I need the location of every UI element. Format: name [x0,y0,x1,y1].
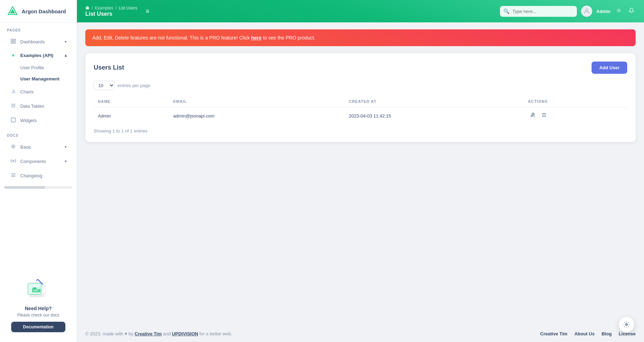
data-tables-icon [10,103,17,109]
footer-link-blog[interactable]: Blog [602,331,612,336]
card-title: Users List [94,64,124,71]
search-input[interactable] [500,6,577,17]
sidebar-item-label-dashboards: Dashboards [20,39,45,44]
breadcrumb-separator-1: / [92,6,93,10]
users-table: NAME EMAIL CREATED AT ACTIONS Admin admi… [94,96,627,124]
sidebar-section-label-pages: PAGES [0,23,77,34]
sidebar-section-docs: DOCS Basic ▾ Components ▾ [0,128,77,183]
entries-label: entries per page [117,83,150,88]
svg-rect-5 [14,42,15,43]
alert-link[interactable]: here [251,35,262,41]
users-list-card: Users List Add User 10 25 50 100 entries… [85,53,636,142]
chevron-down-icon-components: ▾ [65,159,67,164]
svg-rect-12 [11,118,15,122]
sidebar-section-pages: PAGES Dashboards ▾ ▼ Examples (API) ▴ Us… [0,23,77,128]
add-user-button[interactable]: Add User [592,62,627,74]
svg-rect-4 [11,42,13,43]
sidebar-item-user-management[interactable]: User Management [3,73,74,84]
sidebar-item-components[interactable]: Components ▾ [3,155,74,168]
col-header-created-at: CREATED AT [345,96,524,107]
sidebar-help-title: Need Help? [11,306,65,311]
content-area: Add, Edit, Delete features are not funct… [77,22,644,325]
sidebar-help-subtitle: Please check our docs [11,313,65,318]
sidebar-item-label-data-tables: Data Tables [20,104,44,109]
documentation-button[interactable]: Documentation [11,322,65,332]
hamburger-icon: ≡ [146,8,150,15]
settings-fab-button[interactable] [619,317,634,332]
sidebar-scroll-track [4,186,72,189]
sidebar-item-label-components: Components [20,159,46,164]
breadcrumb: / Examples / List Users [85,6,137,11]
sidebar-item-data-tables[interactable]: Data Tables [3,99,74,113]
sidebar-item-label-changelog: Changelog [20,173,42,178]
basic-icon [10,144,17,150]
dashboards-icon [10,38,17,45]
chevron-down-icon-basic: ▾ [65,145,67,149]
table-controls: 10 25 50 100 entries per page [94,81,627,90]
topbar-left: / Examples / List Users List Users [85,6,137,17]
sidebar-item-label-examples: Examples (API) [20,53,53,58]
breadcrumb-examples[interactable]: Examples [95,6,113,10]
search-icon: 🔍 [503,8,509,14]
table-row: Admin admin@jsonapi.com 2023-04-03 11:42… [94,107,627,124]
page-title: List Users [85,11,137,17]
footer-link-about-us[interactable]: About Us [574,331,595,336]
col-header-name: NAME [94,96,169,107]
breadcrumb-separator-2: / [115,6,116,10]
card-header: Users List Add User [94,62,627,74]
sidebar-item-label-widgets: Widgets [20,118,37,123]
avatar[interactable] [581,6,592,17]
sidebar-item-user-profile[interactable]: User Profile [3,62,74,73]
components-icon [10,158,17,165]
svg-point-25 [585,9,588,11]
sidebar-help-illustration [24,274,52,302]
settings-icon-button[interactable] [615,6,623,16]
col-header-email: EMAIL [169,96,344,107]
col-header-actions: ACTIONS [524,96,627,107]
footer-link-creative-tim[interactable]: Creative Tim [540,331,567,336]
menu-toggle-button[interactable]: ≡ [146,8,150,15]
footer-updivision-link[interactable]: UPDIVISION [172,331,198,336]
breadcrumb-home-icon [85,6,90,11]
footer: © 2023, made with ♥ by Creative Tim and … [77,325,644,342]
notifications-icon-button[interactable] [627,6,636,16]
svg-point-13 [13,146,14,147]
svg-rect-3 [14,39,15,41]
svg-point-14 [13,160,14,162]
entries-per-page-select[interactable]: 10 25 50 100 [94,81,115,90]
svg-point-28 [626,324,628,326]
svg-line-22 [36,279,38,281]
alert-text-before: Add, Edit, Delete features are not funct… [92,35,251,41]
edit-user-button[interactable] [528,112,538,120]
cell-email: admin@jsonapi.com [169,107,344,124]
topbar-right: 🔍 Admin [500,6,636,17]
examples-icon: ▼ [10,53,17,58]
sidebar-item-basic[interactable]: Basic ▾ [3,140,74,154]
alert-banner: Add, Edit, Delete features are not funct… [85,29,636,46]
sidebar-sub-item-label-user-management: User Management [20,76,59,81]
sidebar-brand: Argon Dashboard [0,0,77,23]
sidebar: Argon Dashboard PAGES Dashboards ▾ ▼ Exa… [0,0,77,342]
sidebar-item-changelog[interactable]: Changelog [3,169,74,183]
charts-icon [10,88,17,95]
delete-user-button[interactable] [539,112,549,120]
brand-name: Argon Dashboard [22,8,66,14]
sidebar-section-label-docs: DOCS [0,128,77,140]
cell-created-at: 2023-04-03 11:42:15 [345,107,524,124]
sidebar-item-widgets[interactable]: Widgets [3,114,74,127]
cell-actions [524,107,627,124]
sidebar-item-examples-api[interactable]: ▼ Examples (API) ▴ [3,49,74,62]
breadcrumb-current: List Users [119,6,137,10]
footer-for-web-text: for a better web. [198,331,232,336]
sidebar-item-label-charts: Charts [20,89,34,94]
search-wrap: 🔍 [500,6,577,17]
sidebar-item-charts[interactable]: Charts [3,85,74,99]
sidebar-item-label-basic: Basic [20,144,31,150]
main-content: / Examples / List Users List Users ≡ 🔍 A [77,0,644,342]
sidebar-item-dashboards[interactable]: Dashboards ▾ [3,35,74,49]
table-header-row: NAME EMAIL CREATED AT ACTIONS [94,96,627,107]
brand-logo-icon [7,6,18,17]
footer-creative-tim-link[interactable]: Creative Tim [135,331,162,336]
alert-text-after: to see the PRO product. [262,35,315,41]
user-name: Admin [596,9,610,14]
